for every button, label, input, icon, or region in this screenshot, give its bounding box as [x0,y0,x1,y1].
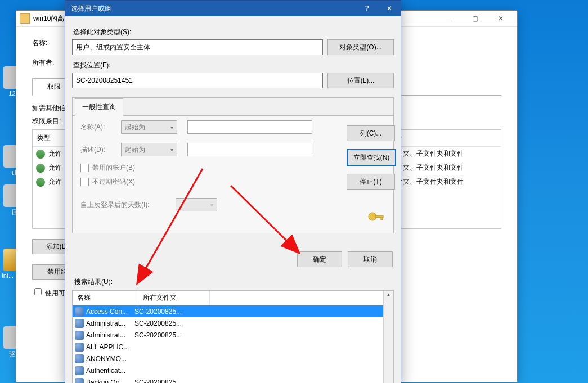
result-name: Administrat... [86,331,134,339]
result-folder: SC-20200825... [134,331,196,339]
minimize-button[interactable]: — [436,11,462,26]
result-name: Access Con... [86,308,134,316]
columns-button[interactable]: 列(C)... [347,125,395,141]
result-name: Authenticat... [86,367,134,375]
maximize-button[interactable]: ▢ [462,11,488,26]
group-icon [75,319,84,328]
col-folder[interactable]: 所在文件夹 [138,291,210,305]
user-icon [36,150,45,159]
group-icon [75,354,84,363]
help-button[interactable]: ? [356,1,378,16]
tab-common-queries[interactable]: 一般性查询 [75,98,123,116]
desc-input[interactable] [187,143,312,156]
ok-button[interactable]: 确定 [297,251,342,267]
close-button[interactable]: ✕ [488,11,514,26]
close-button[interactable]: ✕ [378,1,401,16]
result-name: Administrat... [86,319,134,327]
owner-label: 所有者: [32,58,64,67]
disabled-accounts-checkbox[interactable] [80,164,89,172]
days-combo[interactable]: ▾ [176,198,217,211]
group-icon [75,343,84,352]
result-row[interactable]: Administrat...SC-20200825... [73,317,383,329]
find-now-button[interactable]: 立即查找(N) [347,149,396,166]
results-grid[interactable]: 名称 所在文件夹 Access Con...SC-20200825...Admi… [72,290,394,383]
svg-rect-2 [381,218,383,220]
result-row[interactable]: Administrat...SC-20200825... [73,329,383,341]
group-icon [75,378,84,384]
replace-checkbox[interactable] [34,288,42,295]
location-input[interactable] [72,73,323,88]
key-icon [367,210,385,223]
svg-rect-1 [375,215,383,218]
dialog-title: 选择用户或组 [71,4,356,13]
select-user-dialog: 选择用户或组 ? ✕ 选择此对象类型(S): 对象类型(O)... 查找位置(F… [65,0,401,383]
group-icon [75,331,84,340]
result-row[interactable]: Access Con...SC-20200825... [73,305,383,317]
result-folder: SC-20200825... [134,308,196,316]
folder-icon [20,13,30,24]
cancel-button[interactable]: 取消 [348,251,393,267]
result-name: ANONYMO... [86,355,134,363]
scroll-up-icon[interactable]: ▲ [385,291,392,299]
non-expiring-label: 不过期密码(X) [92,177,135,187]
non-expiring-checkbox[interactable] [80,178,89,186]
result-row[interactable]: ALL APPLIC... [73,341,383,353]
name-label: 名称: [32,38,64,48]
result-row[interactable]: ANONYMO... [73,353,383,364]
group-icon [75,307,84,316]
result-name: ALL APPLIC... [86,343,134,351]
stop-button[interactable]: 停止(T) [347,174,395,190]
desc-operator-combo[interactable]: 起始为▾ [121,143,177,156]
result-row[interactable]: Backup Op...SC-20200825... [73,376,383,383]
result-name: Backup Op... [86,379,134,384]
object-type-label: 选择此对象类型(S): [73,28,394,37]
object-types-button[interactable]: 对象类型(O)... [327,39,394,55]
locations-button[interactable]: 位置(L)... [327,73,394,88]
desc-label: 描述(D): [80,145,121,155]
col-name[interactable]: 名称 [73,291,138,305]
location-label: 查找位置(F): [73,61,394,70]
disabled-accounts-label: 禁用的帐户(B) [92,163,135,173]
group-icon [75,366,84,375]
name-label: 名称(A): [80,123,121,132]
days-since-logon-label: 自上次登录后的天数(I): [80,200,150,210]
col-applies[interactable]: 于 [390,130,501,146]
search-results-label: 搜索结果(U): [74,277,394,287]
object-type-input[interactable] [72,39,323,55]
user-icon [36,164,45,173]
user-icon [36,178,45,187]
name-operator-combo[interactable]: 起始为▾ [121,120,177,134]
result-folder: SC-20200825... [134,379,196,384]
name-input[interactable] [187,120,312,134]
result-row[interactable]: Authenticat... [73,364,383,376]
scrollbar[interactable]: ▲ ▼ [383,291,393,383]
result-folder: SC-20200825... [134,319,196,327]
